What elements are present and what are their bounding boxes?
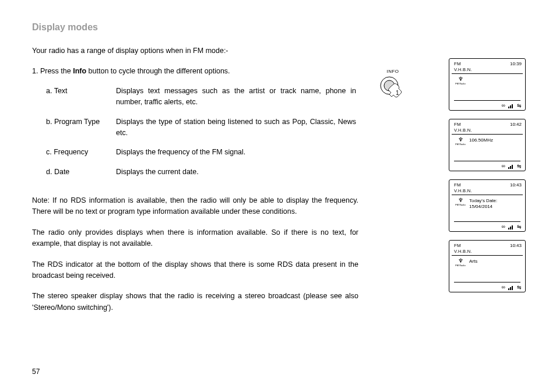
stereo-icon: ∞ <box>502 285 505 290</box>
fm-icon-caption: FM Radio <box>455 143 466 146</box>
station-label: V.H.B.N. <box>449 188 525 193</box>
svg-rect-3 <box>510 105 511 108</box>
table-row: a. Text Displays text messages such as t… <box>46 86 356 116</box>
antenna-glyph: ♆ <box>455 137 466 143</box>
rds-icon: ⇋ <box>517 285 522 290</box>
mode-label: FM <box>454 243 461 248</box>
intro-line: Your radio has a range of display option… <box>32 45 358 56</box>
table-row: d. Date Displays the current date. <box>46 167 356 186</box>
signal-icon <box>508 103 514 108</box>
item-label: b. Program Type <box>46 116 116 147</box>
signal-icon <box>508 285 514 290</box>
step-1: 1. Press the Info button to cycle throug… <box>32 66 358 77</box>
display-panel: FM 10:39 V.H.B.N. ♆ FM Radio ∞ ⇋ <box>449 58 526 111</box>
stereo-icon: ∞ <box>502 103 505 108</box>
info-button-diagram: INFO 1 <box>375 69 410 105</box>
display-panel: FM 10:42 V.H.B.N. ♆ FM Radio 106.50MHz ∞… <box>449 119 526 171</box>
display-items-table: a. Text Displays text messages such as t… <box>46 86 356 186</box>
fm-radio-icon: ♆ FM Radio <box>455 258 466 267</box>
item-desc: Displays the type of station being liste… <box>116 116 356 147</box>
item-desc: Displays the current date. <box>116 167 356 186</box>
svg-rect-12 <box>510 287 511 290</box>
info-bold: Info <box>73 67 86 75</box>
item-desc: Displays text messages such as the artis… <box>116 86 356 116</box>
table-row: c. Frequency Displays the frequency of t… <box>46 147 356 166</box>
fm-icon-caption: FM Radio <box>455 203 466 206</box>
step1-prefix: 1. Press the <box>32 67 73 75</box>
mode-label: FM <box>454 122 461 127</box>
svg-rect-4 <box>512 104 513 108</box>
antenna-glyph: ♆ <box>455 76 466 82</box>
info-label: INFO <box>375 69 410 74</box>
body-paragraph: The stereo speaker display shows that th… <box>32 291 358 313</box>
svg-rect-7 <box>512 165 513 169</box>
rds-icon: ⇋ <box>517 103 522 108</box>
svg-rect-10 <box>512 225 513 229</box>
station-label: V.H.B.N. <box>449 249 525 254</box>
note-paragraph: Note: If no RDS information is available… <box>32 195 358 218</box>
item-desc: Displays the frequency of the FM signal. <box>116 147 356 166</box>
time-label: 10:39 <box>510 61 522 66</box>
svg-rect-8 <box>508 228 509 229</box>
body-paragraph: The radio only provides displays when th… <box>32 227 358 250</box>
display-panel: FM 10:43 V.H.B.N. ♆ FM Radio Today's Dat… <box>449 179 526 232</box>
mode-label: FM <box>454 61 461 66</box>
time-label: 10:43 <box>510 182 522 188</box>
svg-rect-2 <box>508 107 509 108</box>
panel-info-text: Arts <box>469 258 477 264</box>
page-number: 57 <box>32 368 40 376</box>
svg-rect-9 <box>510 227 511 229</box>
time-label: 10:43 <box>510 243 522 248</box>
step1-suffix: button to cycle through the different op… <box>86 67 230 75</box>
stereo-icon: ∞ <box>502 164 505 169</box>
body-paragraph: The RDS indicator at the bottom of the d… <box>32 259 358 282</box>
fm-icon-caption: FM Radio <box>455 264 466 267</box>
mode-label: FM <box>454 182 461 188</box>
signal-icon <box>508 164 514 169</box>
item-label: a. Text <box>46 86 116 116</box>
svg-rect-11 <box>508 288 509 290</box>
display-examples: FM 10:39 V.H.B.N. ♆ FM Radio ∞ ⇋ FM 10:4… <box>449 58 526 292</box>
antenna-glyph: ♆ <box>455 258 466 264</box>
rds-icon: ⇋ <box>517 224 522 229</box>
stereo-icon: ∞ <box>502 224 505 229</box>
panel-info-text: 106.50MHz <box>469 137 493 143</box>
fm-radio-icon: ♆ FM Radio <box>455 137 466 146</box>
item-label: d. Date <box>46 167 116 186</box>
svg-rect-5 <box>508 167 509 169</box>
rds-icon: ⇋ <box>517 164 522 169</box>
info-button-icon: 1 <box>376 75 409 103</box>
signal-icon <box>508 224 514 229</box>
antenna-glyph: ♆ <box>455 197 466 203</box>
panel-info-text: Today's Date: 15/04/2014 <box>469 197 497 210</box>
section-title: Display modes <box>32 22 533 33</box>
fm-radio-icon: ♆ FM Radio <box>455 76 466 85</box>
svg-rect-13 <box>512 286 513 290</box>
fm-icon-caption: FM Radio <box>455 82 466 85</box>
time-label: 10:42 <box>510 122 522 127</box>
station-label: V.H.B.N. <box>449 128 525 133</box>
table-row: b. Program Type Displays the type of sta… <box>46 116 356 147</box>
body-text-column: Your radio has a range of display option… <box>32 45 358 313</box>
svg-rect-6 <box>510 166 511 169</box>
station-label: V.H.B.N. <box>449 67 525 72</box>
display-panel: FM 10:43 V.H.B.N. ♆ FM Radio Arts ∞ ⇋ <box>449 240 526 292</box>
item-label: c. Frequency <box>46 147 116 166</box>
fm-radio-icon: ♆ FM Radio <box>455 197 466 206</box>
step-number: 1 <box>396 90 399 96</box>
